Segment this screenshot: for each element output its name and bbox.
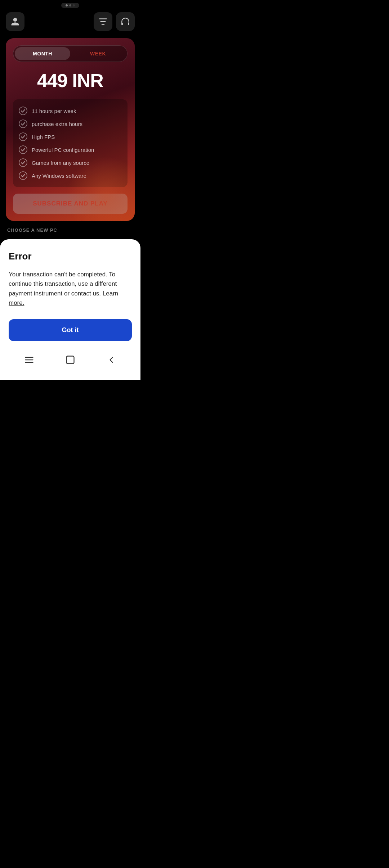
got-it-button[interactable]: Got it [9,319,132,341]
svg-rect-1 [128,23,129,25]
svg-rect-11 [67,356,74,364]
menu-nav-button[interactable] [24,355,34,365]
error-sheet: Error Your transaction can't be complete… [0,239,140,380]
svg-point-3 [19,120,27,128]
check-icon-6 [19,171,27,180]
feature-text-2: purchase extra hours [32,121,82,127]
svg-rect-0 [121,23,123,25]
svg-point-7 [19,172,27,180]
menu-icon [24,355,34,365]
nav-right-icons [94,12,135,31]
check-icon-3 [19,132,27,141]
check-icon-5 [19,158,27,167]
feature-item: Any Windows software [19,169,122,182]
svg-point-4 [19,133,27,141]
toggle-month[interactable]: MONTH [15,47,70,60]
status-dot-3 [73,4,75,6]
error-message-text: Your transaction can't be completed. To … [9,271,117,297]
top-nav [0,9,140,35]
svg-point-2 [19,107,27,115]
filter-icon [98,17,108,26]
profile-button[interactable] [6,12,24,31]
choose-pc-label: CHOOSE A NEW PC [0,221,140,236]
back-icon [106,355,116,365]
status-pill [61,3,79,8]
system-nav-bar [9,350,132,371]
back-nav-button[interactable] [106,355,116,365]
feature-text-4: Powerful PC configuration [32,147,94,153]
filter-button[interactable] [94,12,112,31]
error-message: Your transaction can't be completed. To … [9,270,132,308]
feature-item: Powerful PC configuration [19,143,122,156]
home-icon [65,355,75,365]
error-title: Error [9,251,132,262]
status-dot-1 [66,4,68,6]
headphones-button[interactable] [116,12,135,31]
plan-toggle[interactable]: MONTH WEEK [13,45,128,62]
person-icon [10,17,20,26]
svg-point-6 [19,159,27,167]
feature-text-1: 11 hours per week [32,108,76,114]
feature-item: High FPS [19,130,122,143]
subscribe-button[interactable]: SUBSCRIBE AND PLAY [13,194,128,214]
headphones-icon [121,17,130,26]
status-dot-2 [69,4,71,6]
feature-text-5: Games from any source [32,160,89,166]
check-icon-2 [19,119,27,128]
subscription-card: MONTH WEEK 449 INR 11 hours per week pur… [6,38,135,221]
toggle-week[interactable]: WEEK [70,47,126,60]
check-icon-4 [19,145,27,154]
feature-item: 11 hours per week [19,104,122,117]
feature-item: Games from any source [19,156,122,169]
feature-text-6: Any Windows software [32,173,86,179]
price-display: 449 INR [13,70,128,91]
features-list: 11 hours per week purchase extra hours H… [13,99,128,187]
check-icon-1 [19,107,27,115]
feature-text-3: High FPS [32,134,55,140]
status-bar [0,0,140,9]
home-nav-button[interactable] [65,355,75,365]
feature-item: purchase extra hours [19,117,122,130]
svg-point-5 [19,146,27,154]
